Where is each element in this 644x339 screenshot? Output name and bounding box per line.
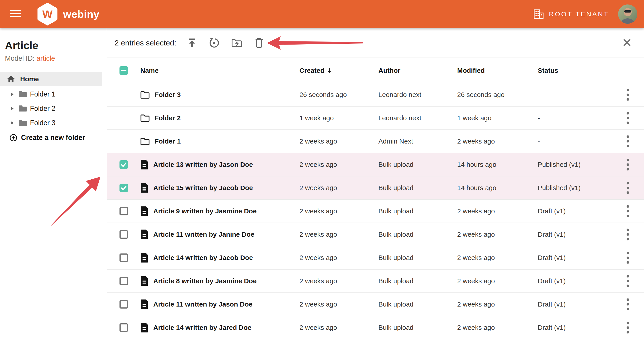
tenant-selector[interactable]: ROOT TENANT (534, 10, 609, 19)
modified-cell: 14 hours ago (457, 161, 538, 168)
entry-name[interactable]: Article 14 written by Jared Doe (153, 324, 252, 331)
author-cell: Bulk upload (378, 254, 457, 261)
publish-icon (187, 38, 197, 48)
row-menu-button[interactable] (626, 321, 629, 334)
modified-cell: 2 weeks ago (457, 277, 538, 285)
create-folder-label: Create a new folder (21, 134, 85, 142)
row-checkbox[interactable] (120, 253, 128, 262)
row-menu-button[interactable] (626, 89, 629, 101)
table-body: Folder 3 26 seconds ago Leonardo next 26… (107, 83, 644, 339)
publish-button[interactable] (186, 38, 197, 48)
table-row[interactable]: Article 8 written by Jasmine Doe 2 weeks… (107, 270, 644, 293)
row-menu-button[interactable] (626, 182, 629, 194)
created-cell: 2 weeks ago (300, 138, 378, 145)
row-checkbox[interactable] (120, 207, 128, 215)
create-folder-button[interactable]: Create a new folder (0, 131, 107, 145)
author-cell: Bulk upload (378, 277, 457, 285)
row-checkbox[interactable] (120, 184, 128, 192)
sidebar-folder-item[interactable]: Folder 3 (0, 116, 107, 130)
row-menu-button[interactable] (626, 205, 629, 217)
modified-cell: 14 hours ago (457, 184, 538, 192)
table-row[interactable]: Article 13 written by Jason Doe 2 weeks … (107, 153, 644, 176)
move-to-folder-button[interactable] (231, 38, 242, 48)
table-row[interactable]: Article 14 written by Jared Doe 2 weeks … (107, 316, 644, 339)
sort-desc-icon (327, 67, 332, 74)
sidebar-item-home[interactable]: Home (0, 72, 102, 86)
entry-name[interactable]: Article 11 written by Janine Doe (153, 231, 254, 238)
created-cell: 2 weeks ago (300, 184, 378, 192)
table-row[interactable]: Article 11 written by Jason Doe 2 weeks … (107, 293, 644, 316)
created-cell: 2 weeks ago (300, 254, 378, 261)
author-cell: Bulk upload (378, 231, 457, 238)
row-checkbox[interactable] (120, 277, 128, 285)
modified-cell: 2 weeks ago (457, 300, 538, 308)
row-checkbox[interactable] (120, 323, 128, 332)
entry-name[interactable]: Folder 2 (154, 114, 181, 122)
row-checkbox[interactable] (120, 300, 128, 308)
table-row[interactable]: Article 15 written by Jacob Doe 2 weeks … (107, 176, 644, 200)
svg-text:W: W (42, 8, 52, 20)
folder-icon (18, 91, 27, 98)
column-header-modified[interactable]: Modified (457, 67, 538, 74)
plus-circle-icon (10, 134, 18, 142)
entry-name[interactable]: Article 11 written by Jason Doe (153, 300, 252, 308)
column-header-author[interactable]: Author (378, 67, 457, 74)
column-header-name[interactable]: Name (140, 67, 300, 74)
chevron-right-icon (11, 92, 14, 96)
select-all-checkbox[interactable] (120, 66, 128, 75)
modified-cell: 1 week ago (457, 114, 538, 122)
entry-name[interactable]: Article 8 written by Jasmine Doe (153, 277, 257, 285)
author-cell: Bulk upload (378, 300, 457, 308)
sidebar-folder-item[interactable]: Folder 1 (0, 87, 107, 101)
created-cell: 2 weeks ago (300, 231, 378, 238)
close-icon (623, 39, 631, 47)
app-bar: W webiny ROOT TENANT (0, 0, 644, 28)
column-header-status[interactable]: Status (538, 67, 618, 74)
row-menu-button[interactable] (626, 251, 629, 264)
close-selection-button[interactable] (623, 39, 631, 47)
row-menu-button[interactable] (626, 298, 629, 310)
row-checkbox[interactable] (120, 230, 128, 239)
article-icon (140, 183, 148, 193)
sidebar-folder-item[interactable]: Folder 2 (0, 101, 107, 116)
tenant-building-icon (534, 10, 544, 19)
folder-icon (140, 114, 150, 122)
row-menu-button[interactable] (626, 135, 629, 148)
row-menu-button[interactable] (626, 112, 629, 124)
entry-name[interactable]: Article 14 written by Jacob Doe (153, 254, 253, 261)
menu-icon[interactable] (10, 9, 21, 19)
table-row[interactable]: Article 14 written by Jacob Doe 2 weeks … (107, 246, 644, 270)
entry-name[interactable]: Article 13 written by Jason Doe (153, 161, 253, 168)
modified-cell: 2 weeks ago (457, 254, 538, 261)
table-row[interactable]: Folder 2 1 week ago Leonardo next 1 week… (107, 107, 644, 130)
status-cell: Published (v1) (538, 184, 618, 192)
modified-cell: 26 seconds ago (457, 91, 538, 99)
author-cell: Bulk upload (378, 184, 457, 192)
author-cell: Bulk upload (378, 324, 457, 331)
row-checkbox[interactable] (120, 160, 128, 169)
entry-name[interactable]: Article 9 written by Jasmine Doe (153, 207, 257, 215)
entry-name[interactable]: Folder 3 (154, 91, 181, 99)
author-cell: Leonardo next (378, 114, 457, 122)
webiny-logo[interactable]: W webiny (37, 3, 99, 26)
row-menu-button[interactable] (626, 275, 629, 287)
model-id-label: Model ID: (5, 54, 35, 62)
status-cell: Draft (v1) (538, 207, 618, 215)
row-menu-button[interactable] (626, 228, 629, 241)
entry-name[interactable]: Folder 1 (154, 138, 181, 145)
delete-button[interactable] (254, 38, 264, 48)
table-row[interactable]: Article 11 written by Janine Doe 2 weeks… (107, 223, 644, 246)
modified-cell: 2 weeks ago (457, 324, 538, 331)
sidebar-home-label: Home (20, 75, 39, 83)
column-header-created[interactable]: Created (300, 67, 378, 74)
model-id-value[interactable]: article (36, 54, 55, 62)
user-avatar[interactable] (618, 5, 637, 24)
row-menu-button[interactable] (626, 158, 629, 171)
table-row[interactable]: Folder 3 26 seconds ago Leonardo next 26… (107, 83, 644, 107)
table-row[interactable]: Article 9 written by Jasmine Doe 2 weeks… (107, 200, 644, 223)
table-row[interactable]: Folder 1 2 weeks ago Admin Next 2 weeks … (107, 130, 644, 153)
modified-cell: 2 weeks ago (457, 138, 538, 145)
unpublish-button[interactable] (209, 38, 220, 48)
entry-name[interactable]: Article 15 written by Jacob Doe (153, 184, 253, 192)
created-cell: 1 week ago (300, 114, 378, 122)
